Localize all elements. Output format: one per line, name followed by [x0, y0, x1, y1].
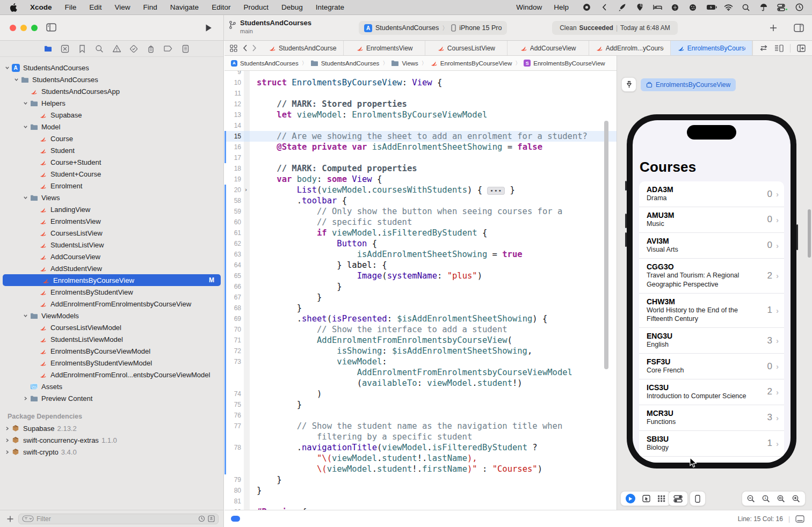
menu-item-editor[interactable]: Editor [205, 3, 237, 11]
tree-item-helpers[interactable]: Helpers [0, 97, 223, 109]
apple-icon[interactable] [0, 3, 24, 12]
zoom-window-button[interactable] [31, 25, 38, 31]
course-row-eng3u[interactable]: ENG3UEnglish3› [639, 327, 784, 353]
tree-item-course-student[interactable]: Course+Student [0, 156, 223, 168]
editor-indicator-icon[interactable] [231, 516, 240, 522]
tree-item-student[interactable]: Student [0, 144, 223, 156]
tree-item-studentsandcoursesapp[interactable]: StudentsAndCoursesApp [0, 85, 223, 97]
course-row-ada3m[interactable]: ADA3MDrama0› [639, 181, 784, 207]
find-navigator-icon[interactable] [95, 44, 104, 54]
run-button[interactable] [205, 24, 212, 32]
breakpoint-navigator-icon[interactable] [163, 44, 173, 54]
search-icon[interactable] [742, 3, 750, 12]
course-row-chw3m[interactable]: CHW3MWorld History to the End of the Fif… [639, 293, 784, 328]
tree-item-enrolmentsbycourseview[interactable]: EnrolmentsByCourseViewM [3, 274, 221, 286]
zoom-100-icon[interactable]: 1 [762, 495, 770, 503]
forward-button-icon[interactable] [252, 45, 257, 52]
tree-item-courseslistviewmodel[interactable]: CoursesListViewModel [0, 321, 223, 333]
close-window-button[interactable] [10, 25, 16, 31]
tab-enrolmentsview[interactable]: EnrolmentsView [344, 41, 425, 55]
activity-status[interactable]: Clean Succeeded | Today at 6:48 AM [552, 21, 678, 35]
disclosure-closed-icon[interactable] [3, 450, 11, 455]
disclosure-closed-icon[interactable] [3, 438, 11, 443]
scm-status-filter-icon[interactable] [208, 515, 215, 522]
swap-editor-icon[interactable] [759, 45, 768, 52]
record-icon[interactable] [582, 3, 591, 12]
tree-item-addstudentview[interactable]: AddStudentView [0, 262, 223, 274]
device-icon[interactable] [695, 495, 700, 503]
menu-item-help[interactable]: Help [548, 3, 575, 11]
add-file-button[interactable] [0, 515, 18, 523]
disclosure-open-icon[interactable] [21, 313, 29, 318]
toggles-icon[interactable] [777, 3, 786, 12]
inspector-toggle-icon[interactable] [794, 24, 804, 32]
course-row-amu3m[interactable]: AMU3MMusic0› [639, 207, 784, 232]
course-row-fsf3u[interactable]: FSF3UCore French0› [639, 353, 784, 379]
pin-preview-button[interactable] [621, 77, 636, 92]
menu-item-window[interactable]: Window [510, 3, 548, 11]
report-navigator-icon[interactable] [180, 44, 190, 54]
location-pin-icon[interactable] [635, 3, 644, 12]
course-row-avi3m[interactable]: AVI3MVisual Arts0› [639, 232, 784, 258]
selectable-mode-icon[interactable] [642, 495, 650, 502]
zoom-fit-icon[interactable] [777, 495, 785, 503]
preview-target-chip[interactable]: EnrolmentsByCourseView [641, 78, 736, 91]
tree-item-course[interactable]: Course [0, 133, 223, 144]
breadcrumb-item-4[interactable]: SEnrolmentsByCourseView [524, 60, 605, 67]
bed-icon[interactable] [653, 3, 662, 12]
wifi-icon[interactable] [724, 3, 733, 12]
preview-scrollbar[interactable] [808, 209, 811, 258]
chevron-left-icon[interactable] [600, 3, 608, 12]
tree-item-addenrolmentfromenrol-entsbycourseviewmodel[interactable]: AddEnrolmentFromEnrol...entsbyCourseView… [0, 369, 223, 380]
device-settings-icon[interactable] [673, 495, 683, 503]
tree-item-addenrolmentfromenrolmentsbycourseview[interactable]: AddEnrolmentFromEnrolmentsbyCourseView [0, 298, 223, 310]
bookmark-icon[interactable] [77, 44, 87, 54]
disclosure-open-icon[interactable] [21, 195, 29, 200]
tree-item-assets[interactable]: Assets [0, 380, 223, 392]
zoom-out-icon[interactable] [747, 495, 755, 503]
source-control-icon[interactable] [60, 44, 70, 54]
bottom-bar-toggle-icon[interactable] [795, 515, 804, 523]
tree-item-courseslistview[interactable]: CoursesListView [0, 227, 223, 239]
package-item-swift-concurrency-extras[interactable]: swift-concurrency-extras1.1.0 [0, 434, 223, 446]
package-item-swift-crypto[interactable]: swift-crypto3.4.0 [0, 446, 223, 458]
breadcrumb-item-0[interactable]: AStudentsAndCourses [231, 60, 299, 67]
menu-item-xcode[interactable]: Xcode [24, 3, 59, 11]
scheme-project-label[interactable]: StudentsAndCourses [375, 24, 439, 32]
menu-item-product[interactable]: Product [237, 3, 275, 11]
add-tab-button[interactable] [769, 24, 778, 32]
disclosure-open-icon[interactable] [21, 101, 29, 106]
test-navigator-icon[interactable] [129, 44, 139, 54]
rocket-icon[interactable] [618, 3, 626, 12]
recent-files-clock-icon[interactable] [198, 515, 205, 522]
disclosure-open-icon[interactable] [21, 125, 29, 129]
tab-enrolmentsbycourseview[interactable]: EnrolmentsByCourseView [671, 41, 752, 55]
filter-input[interactable] [37, 515, 195, 523]
breadcrumb-item-1[interactable]: StudentsAndCourses [310, 60, 380, 67]
tab-addcourseview[interactable]: AddCourseView [508, 41, 589, 55]
filter-field[interactable] [18, 514, 219, 524]
course-row-sch3u[interactable]: SCH3U1› [639, 456, 784, 463]
course-row-mcr3u[interactable]: MCR3UFunctions3› [639, 405, 784, 430]
back-button-icon[interactable] [243, 45, 247, 52]
tree-item-preview-content[interactable]: Preview Content [0, 392, 223, 404]
disclosure-closed-icon[interactable] [3, 426, 11, 431]
issue-navigator-icon[interactable] [112, 44, 121, 54]
minimize-window-button[interactable] [20, 25, 27, 31]
tree-item-model[interactable]: Model [0, 121, 223, 133]
scheme-device-label[interactable]: iPhone 15 Pro [459, 24, 502, 32]
tree-item-studentslistview[interactable]: StudentsListView [0, 239, 223, 251]
tree-item-viewmodels[interactable]: ViewModels [0, 310, 223, 321]
tree-item-studentsandcourses[interactable]: StudentsAndCourses [0, 74, 223, 85]
breadcrumb-item-2[interactable]: Views [391, 60, 418, 67]
project-title[interactable]: StudentsAndCourses [240, 19, 311, 27]
scheme-selector[interactable]: A StudentsAndCourses 〉 iPhone 15 Pro [359, 21, 507, 35]
disclosure-open-icon[interactable] [3, 65, 11, 70]
tree-item-studentsandcourses[interactable]: AStudentsAndCourses [0, 62, 223, 74]
menu-item-view[interactable]: View [108, 3, 137, 11]
branch-name[interactable]: main [240, 28, 311, 34]
umbrella-icon[interactable] [759, 3, 768, 12]
tree-item-enrolment[interactable]: Enrolment [0, 180, 223, 192]
related-items-icon[interactable] [230, 45, 237, 52]
menu-item-file[interactable]: File [59, 3, 83, 11]
